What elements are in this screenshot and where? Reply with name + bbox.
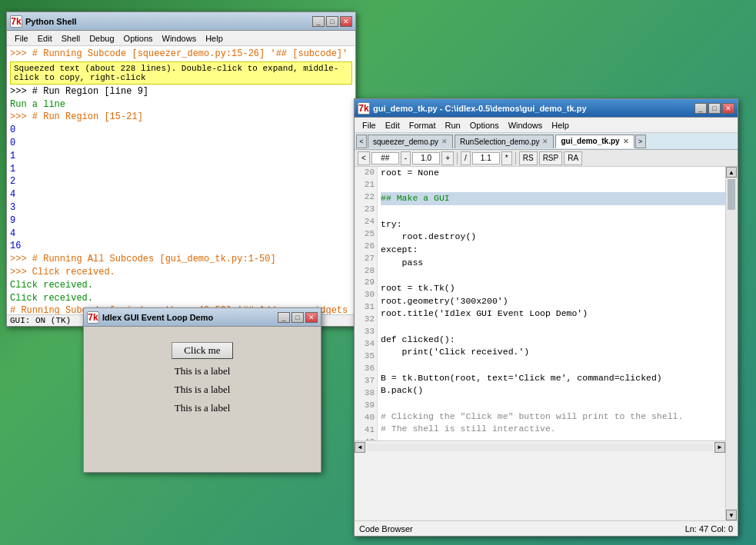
- gui-demo-title: Idlex GUI Event Loop Demo: [102, 313, 276, 322]
- line-number: 20: [355, 167, 375, 179]
- line-number: 22: [355, 191, 375, 204]
- gui-demo-content: Click me This is a label This is a label…: [84, 327, 321, 472]
- python-shell-title: Python Shell: [25, 17, 311, 26]
- code-line: pass: [381, 257, 725, 270]
- close-button[interactable]: ✕: [305, 312, 318, 323]
- code-browser-icon: 7k: [358, 102, 370, 115]
- minus-button[interactable]: -: [401, 151, 411, 165]
- code-area[interactable]: root = None ## Make a GUI try: root.dest…: [378, 167, 725, 440]
- section-hash-input[interactable]: [371, 152, 399, 164]
- horizontal-scrollbar[interactable]: ◀ ▶: [355, 440, 725, 453]
- ra-button[interactable]: RA: [564, 151, 582, 165]
- python-shell-titlebar[interactable]: 7k Python Shell _ □ ✕: [7, 12, 355, 31]
- line-number: 34: [355, 338, 375, 351]
- star-button[interactable]: *: [501, 151, 512, 165]
- gui-demo-titlebar[interactable]: 7k Idlex GUI Event Loop Demo _ □ ✕: [84, 308, 321, 327]
- shell-line-click2: Click received.: [10, 292, 352, 305]
- line-number: 27: [355, 253, 375, 265]
- menu-file[interactable]: File: [10, 32, 33, 45]
- tab-prev-button[interactable]: <: [356, 135, 367, 148]
- tab-guidemo[interactable]: gui_demo_tk.py ✕: [555, 135, 634, 148]
- line-number: 31: [355, 301, 375, 314]
- code-line: root = None: [381, 167, 725, 180]
- menu-debug[interactable]: Debug: [85, 32, 118, 45]
- gui-label-1: This is a label: [175, 365, 231, 377]
- cb-menu-run[interactable]: Run: [441, 119, 465, 131]
- code-line: try:: [381, 218, 725, 231]
- code-browser-title: gui_demo_tk.py - C:\idlex-0.5\demos\gui_…: [373, 104, 693, 113]
- cb-menu-windows[interactable]: Windows: [504, 119, 548, 131]
- line-number: 28: [355, 265, 375, 277]
- cb-menu-edit[interactable]: Edit: [381, 119, 405, 131]
- menu-shell[interactable]: Shell: [57, 32, 85, 45]
- scroll-left-button[interactable]: ◀: [355, 442, 365, 453]
- cb-menu-file[interactable]: File: [358, 119, 381, 131]
- rs-button[interactable]: RS: [519, 151, 538, 165]
- code-line: [381, 180, 725, 193]
- shell-line: 4: [10, 228, 352, 241]
- tab-close-guidemo[interactable]: ✕: [623, 138, 629, 145]
- line-number: 40: [355, 412, 375, 424]
- line-number: 23: [355, 204, 375, 216]
- tab-next-button[interactable]: >: [635, 135, 646, 148]
- python-shell-icon: 7k: [10, 15, 22, 28]
- line-number: 38: [355, 387, 375, 400]
- line-number: 25: [355, 228, 375, 241]
- menu-help[interactable]: Help: [201, 32, 228, 45]
- shell-line: 4: [10, 188, 352, 201]
- line-number: 24: [355, 216, 375, 228]
- minimize-button[interactable]: _: [694, 103, 707, 114]
- shell-line-click1: Click received.: [10, 279, 352, 292]
- cb-menu-options[interactable]: Options: [465, 119, 504, 131]
- scroll-up-button[interactable]: ▲: [726, 167, 737, 178]
- shell-content[interactable]: >>> # Running Subcode [squeezer_demo.py:…: [7, 46, 355, 326]
- shell-line: 16: [10, 240, 352, 253]
- maximize-button[interactable]: □: [708, 103, 721, 114]
- close-button[interactable]: ✕: [722, 103, 734, 114]
- shell-line: >>> # Running All Subcodes [gui_demo_tk.…: [10, 253, 352, 266]
- shell-line: Run a line: [10, 98, 352, 111]
- maximize-button[interactable]: □: [326, 16, 338, 27]
- version1-input[interactable]: [412, 152, 440, 164]
- line-number: 37: [355, 375, 375, 387]
- toolbar-sep2: [515, 152, 516, 164]
- tab-close-runselection[interactable]: ✕: [542, 138, 548, 145]
- shell-line: 0: [10, 124, 352, 137]
- line-number: 39: [355, 400, 375, 412]
- cb-menu-help[interactable]: Help: [547, 119, 574, 131]
- maximize-button[interactable]: □: [291, 312, 304, 323]
- rsp-button[interactable]: RSP: [539, 151, 563, 165]
- tab-squeezer[interactable]: squeezer_demo.py ✕: [368, 135, 453, 148]
- scroll-down-button[interactable]: ▼: [726, 510, 737, 520]
- h-scroll-track[interactable]: [367, 444, 713, 451]
- nav-prev-button[interactable]: <: [358, 151, 370, 165]
- gui-demo-window: 7k Idlex GUI Event Loop Demo _ □ ✕ Click…: [83, 307, 321, 473]
- v-scroll-track[interactable]: [726, 178, 738, 510]
- squeezed-text-bar[interactable]: Squeezed text (about 228 lines). Double-…: [10, 61, 352, 85]
- code-content[interactable]: 2021222324252627282930313233343536373839…: [355, 167, 725, 453]
- menu-windows[interactable]: Windows: [158, 32, 201, 45]
- python-shell-menubar: File Edit Shell Debug Options Windows He…: [7, 31, 355, 46]
- version2-input[interactable]: [472, 152, 500, 164]
- shell-line: >>> Click received.: [10, 266, 352, 279]
- code-browser-titlebar[interactable]: 7k gui_demo_tk.py - C:\idlex-0.5\demos\g…: [355, 99, 738, 118]
- scroll-right-button[interactable]: ▶: [714, 442, 725, 453]
- menu-edit[interactable]: Edit: [33, 32, 57, 45]
- minimize-button[interactable]: _: [312, 16, 325, 27]
- tab-runselection[interactable]: RunSelection_demo.py ✕: [455, 135, 554, 148]
- plus-button[interactable]: +: [441, 151, 454, 165]
- minimize-button[interactable]: _: [278, 312, 290, 323]
- scroll-thumb[interactable]: [728, 179, 735, 210]
- vertical-scrollbar[interactable]: ▲ ▼: [725, 167, 738, 520]
- cb-menu-format[interactable]: Format: [405, 119, 441, 131]
- menu-options[interactable]: Options: [119, 32, 158, 45]
- click-me-button[interactable]: Click me: [172, 342, 233, 359]
- code-line: root.title('Idlex GUI Event Loop Demo'): [381, 307, 725, 321]
- tab-close-squeezer[interactable]: ✕: [441, 138, 448, 145]
- close-button[interactable]: ✕: [340, 16, 352, 27]
- code-line: [381, 321, 725, 334]
- line-number: 32: [355, 314, 375, 326]
- code-line: root.destroy(): [381, 231, 725, 244]
- slash-button[interactable]: /: [461, 151, 471, 165]
- code-line: # Clicking the "Click me" button will pr…: [381, 410, 725, 424]
